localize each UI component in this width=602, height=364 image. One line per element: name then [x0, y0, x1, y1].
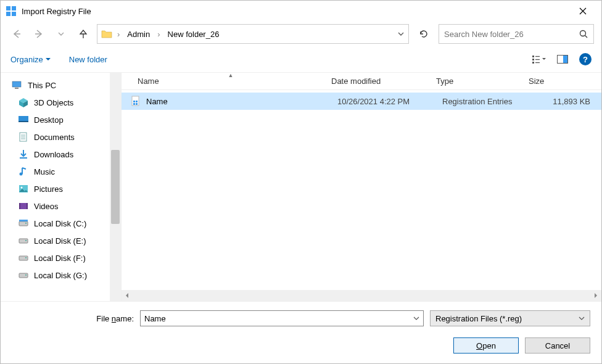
svg-rect-38	[25, 257, 27, 259]
tree-item[interactable]: Downloads	[1, 146, 110, 163]
file-rows[interactable]: Name 10/26/2021 4:22 PM Registration Ent…	[122, 90, 601, 290]
bottom-panel: File name: Registration Files (*.reg) Op…	[1, 301, 601, 363]
tree-item-label: 3D Objects	[34, 98, 73, 107]
horizontal-scrollbar[interactable]	[122, 290, 601, 301]
svg-rect-16	[563, 56, 567, 63]
help-button[interactable]: ?	[579, 53, 592, 65]
tree-item[interactable]: Pictures	[1, 180, 110, 197]
videos-icon	[18, 201, 29, 212]
tree-item[interactable]: Local Disk (E:)	[1, 232, 110, 249]
tree[interactable]: This PC 3D Objects Desktop Documents Dow…	[1, 73, 110, 301]
chevron-down-icon[interactable]	[413, 315, 419, 321]
tree-item-label: This PC	[28, 81, 56, 90]
music-icon	[18, 166, 29, 177]
chevron-right-icon: ›	[156, 30, 161, 39]
address-bar[interactable]: › Admin › New folder_26	[97, 24, 409, 44]
tree-item-label: Desktop	[34, 115, 64, 125]
svg-rect-30	[19, 203, 20, 209]
nav-row: › Admin › New folder_26	[1, 22, 601, 46]
column-headers: ▲ Name Date modified Type Size	[122, 73, 601, 90]
search-input[interactable]	[444, 30, 579, 39]
organize-button[interactable]: Organize	[10, 55, 51, 64]
tree-item[interactable]: Videos	[1, 197, 110, 215]
svg-rect-43	[136, 101, 138, 102]
disk-icon	[18, 235, 29, 246]
svg-rect-10	[532, 59, 534, 60]
tree-item-label: Documents	[34, 133, 75, 142]
filename-row: File name: Registration Files (*.reg)	[12, 310, 590, 326]
tree-item-label: Music	[34, 167, 55, 176]
column-header-type[interactable]: Type	[436, 77, 529, 86]
tree-item-label: Videos	[34, 202, 59, 211]
tree-item[interactable]: Desktop	[1, 111, 110, 128]
tree-item-label: Local Disk (F:)	[34, 254, 86, 263]
column-header-name[interactable]: ▲ Name	[130, 77, 331, 86]
scrollbar-thumb[interactable]	[111, 150, 120, 224]
tree-item-label: Local Disk (G:)	[34, 271, 87, 280]
svg-rect-40	[25, 275, 27, 276]
svg-rect-9	[532, 56, 534, 57]
filename-label: File name:	[12, 314, 134, 323]
cube-icon	[18, 97, 29, 108]
svg-rect-2	[6, 12, 10, 16]
search-box[interactable]	[439, 24, 594, 44]
column-header-date[interactable]: Date modified	[331, 77, 436, 86]
file-name: Name	[146, 97, 337, 106]
svg-rect-33	[25, 223, 27, 224]
forward-button[interactable]	[30, 25, 47, 43]
filename-input[interactable]	[144, 314, 413, 323]
tree-item[interactable]: 3D Objects	[1, 94, 110, 111]
downloads-icon	[18, 149, 29, 160]
pc-icon	[12, 80, 23, 91]
refresh-button[interactable]	[414, 24, 434, 44]
address-dropdown[interactable]	[397, 30, 405, 38]
tree-item[interactable]: Documents	[1, 128, 110, 146]
preview-pane-button[interactable]	[557, 55, 568, 64]
scrollbar-track[interactable]	[133, 290, 590, 301]
tree-item-this-pc[interactable]: This PC	[1, 77, 110, 94]
filetype-label: Registration Files (*.reg)	[435, 314, 575, 323]
main-area: This PC 3D Objects Desktop Documents Dow…	[1, 72, 601, 301]
svg-point-7	[580, 31, 586, 36]
app-icon	[6, 6, 17, 17]
open-button[interactable]: Open	[453, 337, 519, 354]
filetype-dropdown[interactable]: Registration Files (*.reg)	[430, 310, 590, 326]
breadcrumb-segment[interactable]: Admin	[125, 30, 152, 39]
view-options-button[interactable]	[532, 54, 546, 64]
svg-rect-44	[133, 103, 135, 105]
svg-rect-31	[27, 203, 28, 209]
cancel-button[interactable]: Cancel	[525, 337, 590, 354]
svg-point-26	[20, 173, 23, 176]
tree-item-label: Pictures	[34, 184, 63, 194]
buttons-row: Open Cancel	[12, 337, 590, 354]
tree-item[interactable]: Local Disk (C:)	[1, 215, 110, 232]
disk-icon	[18, 218, 29, 229]
svg-rect-3	[12, 12, 16, 16]
breadcrumb-segment[interactable]: New folder_26	[165, 30, 222, 39]
svg-rect-29	[19, 203, 28, 209]
toolbar: Organize New folder ?	[1, 46, 601, 72]
disk-icon	[18, 252, 29, 263]
file-size: 11,893 KB	[535, 97, 590, 106]
tree-item[interactable]: Music	[1, 163, 110, 180]
file-row[interactable]: Name 10/26/2021 4:22 PM Registration Ent…	[122, 93, 601, 110]
close-button[interactable]	[569, 2, 596, 20]
scroll-left-icon[interactable]	[122, 290, 133, 301]
svg-point-28	[21, 187, 23, 189]
file-list-area: ▲ Name Date modified Type Size Name 10/2…	[122, 73, 601, 301]
column-header-size[interactable]: Size	[529, 77, 584, 86]
tree-item[interactable]: Local Disk (G:)	[1, 267, 110, 284]
filename-combobox[interactable]	[140, 310, 424, 326]
scroll-right-icon[interactable]	[590, 290, 601, 301]
new-folder-button[interactable]: New folder	[69, 55, 107, 64]
tree-item[interactable]: Local Disk (F:)	[1, 249, 110, 267]
back-button[interactable]	[8, 25, 25, 43]
recent-dropdown[interactable]	[52, 25, 70, 43]
tree-scrollbar[interactable]	[110, 73, 121, 301]
sort-indicator-icon: ▲	[228, 72, 234, 78]
folder-icon	[101, 28, 112, 39]
window-title: Import Registry File	[22, 7, 569, 16]
svg-rect-0	[6, 6, 10, 10]
up-button[interactable]	[75, 25, 92, 43]
search-icon[interactable]	[579, 29, 588, 39]
